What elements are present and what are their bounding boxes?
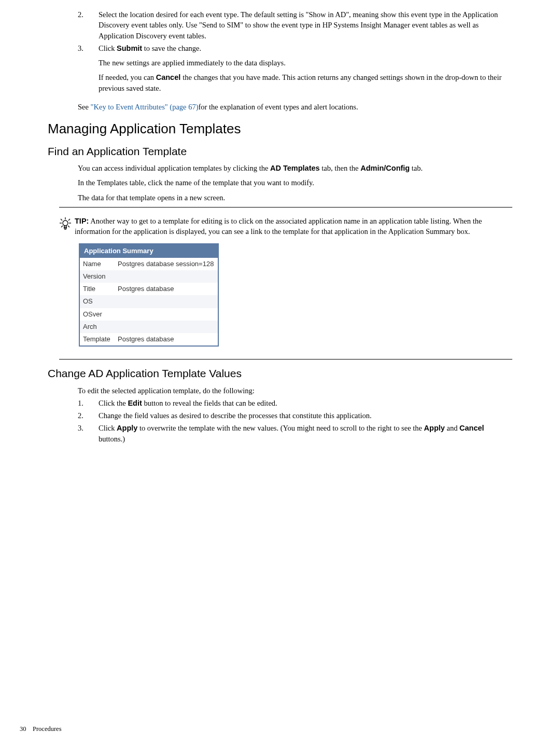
link-text[interactable]: "Key to Event Attributes" (page 67) — [91, 103, 199, 111]
divider — [59, 359, 512, 360]
bold-text: Admin/Config — [360, 164, 410, 172]
page-number: 30 — [20, 725, 26, 733]
text: for the explanation of event types and a… — [199, 103, 358, 111]
step-body: Select the location desired for each eve… — [99, 9, 512, 41]
bold-text: Apply — [424, 424, 445, 432]
table-row: TitlePostgres database — [79, 283, 218, 295]
application-summary-table: Application Summary NamePostgres databas… — [79, 243, 219, 347]
text: to overwrite the template with the new v… — [137, 424, 424, 432]
footer-label: Procedures — [33, 725, 62, 733]
bold-text: Cancel — [156, 73, 183, 81]
list-item-2: 2. Select the location desired for each … — [78, 9, 512, 41]
text: to save the change. — [142, 44, 201, 52]
text: See — [78, 103, 91, 111]
row-label: Version — [79, 270, 115, 283]
text: Click — [99, 424, 117, 432]
svg-line-6 — [68, 226, 69, 227]
text: Click — [99, 44, 117, 52]
tip-label: TIP: — [75, 217, 89, 225]
list-item: 2. Change the field values as desired to… — [78, 410, 512, 421]
text: Another way to get to a template for edi… — [75, 217, 482, 236]
paragraph: In the Templates table, click the name o… — [78, 177, 512, 188]
step-body: Click Apply to overwrite the template wi… — [99, 423, 512, 444]
row-link[interactable]: Postgres database — [115, 333, 218, 346]
see-reference: See "Key to Event Attributes" (page 67)f… — [78, 102, 512, 112]
row-label: Arch — [79, 321, 115, 333]
table-row: OS — [79, 295, 218, 308]
row-value: Postgres database — [115, 283, 218, 295]
list-item: 3. Click Apply to overwrite the template… — [78, 423, 512, 444]
paragraph: The data for that template opens in a ne… — [78, 192, 512, 203]
list-item-3: 3. Click Submit to save the change. The … — [78, 43, 512, 95]
table-row: TemplatePostgres database — [79, 333, 218, 346]
svg-point-7 — [63, 220, 68, 226]
table-row: Arch — [79, 321, 218, 333]
tip-text: TIP: Another way to get to a template fo… — [75, 216, 512, 237]
svg-line-5 — [61, 226, 63, 227]
row-label: OSver — [79, 308, 115, 321]
step-number: 3. — [78, 43, 99, 95]
table-row: Version — [79, 270, 218, 283]
text: tab. — [410, 164, 423, 172]
step-body: Click the Edit button to reveal the fiel… — [99, 398, 512, 408]
text: and — [445, 424, 459, 432]
bold-text: AD Templates — [270, 164, 320, 172]
row-label: Name — [79, 258, 115, 270]
table-row: NamePostgres database session=128 — [79, 258, 218, 270]
table-row: OSver — [79, 308, 218, 321]
row-label: Title — [79, 283, 115, 295]
row-label: Template — [79, 333, 115, 346]
step-body: Change the field values as desired to de… — [99, 410, 512, 421]
svg-line-2 — [68, 219, 70, 220]
row-label: OS — [79, 295, 115, 308]
text: You can access individual application te… — [78, 164, 270, 172]
bold-text: Cancel — [459, 424, 484, 432]
change-intro: To edit the selected application templat… — [78, 385, 512, 396]
step-number: 2. — [78, 9, 99, 41]
bold-text: Edit — [128, 399, 142, 407]
text: Click the — [99, 399, 128, 407]
page-footer: 30 Procedures — [20, 725, 62, 734]
table-header: Application Summary — [79, 244, 218, 258]
find-body: You can access individual application te… — [78, 163, 512, 203]
heading-find-template: Find an Application Template — [48, 144, 512, 159]
bold-text: Submit — [117, 44, 142, 52]
row-value — [115, 308, 218, 321]
text: If needed, you can — [99, 73, 156, 81]
tip-block: TIP: Another way to get to a template fo… — [59, 216, 512, 237]
step-body: Click Submit to save the change. The new… — [99, 43, 512, 95]
text: tab, then the — [320, 164, 361, 172]
lightbulb-icon — [59, 217, 75, 234]
row-value — [115, 321, 218, 333]
text: buttons.) — [99, 435, 125, 443]
row-value: Postgres database session=128 — [115, 258, 218, 270]
row-value — [115, 270, 218, 283]
heading-managing-templates: Managing Application Templates — [48, 119, 512, 138]
row-value — [115, 295, 218, 308]
step-number: 3. — [78, 423, 99, 444]
text: button to reveal the fields that can be … — [142, 399, 277, 407]
step-number: 1. — [78, 398, 99, 408]
svg-line-1 — [61, 219, 62, 220]
bold-text: Apply — [117, 424, 137, 432]
step-number: 2. — [78, 410, 99, 421]
heading-change-template: Change AD Application Template Values — [48, 366, 512, 381]
sub-paragraph: If needed, you can Cancel the changes th… — [99, 72, 512, 93]
divider — [59, 207, 512, 208]
sub-paragraph: The new settings are applied immediately… — [99, 58, 512, 68]
list-item: 1. Click the Edit button to reveal the f… — [78, 398, 512, 408]
